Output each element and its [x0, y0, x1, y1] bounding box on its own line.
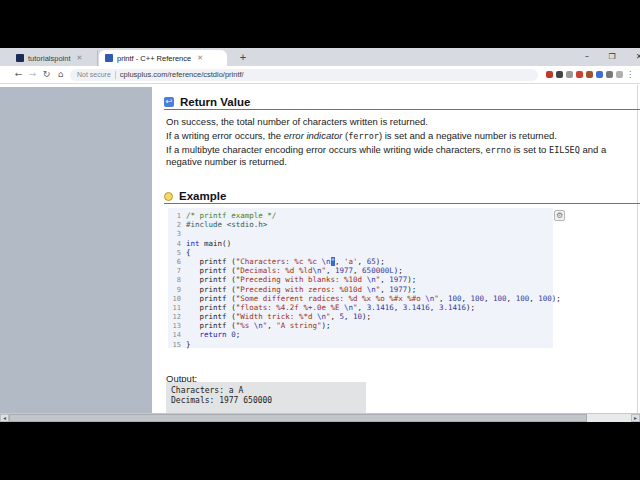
code-token: \n	[317, 312, 326, 321]
code-token: ,	[353, 266, 362, 275]
code-token: 1977	[389, 285, 407, 294]
code-token: 100	[470, 294, 484, 303]
extension-icon-red-circle[interactable]	[576, 71, 583, 78]
edit-run-icon[interactable]: ⚙	[554, 210, 565, 221]
address-bar[interactable]: Not secure cplusplus.com/reference/cstdi…	[70, 69, 538, 81]
extension-icon-blue[interactable]	[596, 71, 603, 78]
code-snippet[interactable]: 1/* printf example */2#include <stdio.h>…	[168, 208, 553, 348]
code-token: Decimals: %d %ld	[240, 266, 312, 275]
code-token: \n	[367, 275, 376, 284]
code-line: 14 return 0;	[168, 330, 553, 339]
code-token: ,	[358, 257, 367, 266]
code-token: %s	[240, 321, 254, 330]
browser-toolbar: ← → ↻ ⌂ Not secure cplusplus.com/referen…	[0, 66, 640, 84]
code-token: Preceding with blanks: %10d	[240, 275, 366, 284]
code-token: );	[552, 294, 561, 303]
tab-close-icon[interactable]: ✕	[77, 54, 83, 62]
extension-icon-circle[interactable]	[566, 71, 573, 78]
scroll-left-arrow[interactable]: ◂	[0, 414, 9, 422]
extension-icon-light[interactable]	[616, 71, 623, 78]
code-token: 3.1416	[367, 303, 394, 312]
extensions-row: ⋮	[546, 70, 634, 79]
minimize-button[interactable]: –	[576, 49, 598, 64]
extension-icon-red[interactable]	[546, 71, 553, 78]
code-token: }	[186, 340, 191, 349]
tab2-favicon	[105, 54, 113, 62]
output-line: Decimals: 1977 650000	[171, 396, 361, 406]
code-token: printf ("	[186, 266, 240, 275]
code-token: \n	[254, 321, 263, 330]
output-box: Characters: a ADecimals: 1977 650000	[166, 382, 366, 413]
extension-icon-dark[interactable]	[556, 71, 563, 78]
section-title: Return Value	[180, 96, 250, 108]
reload-icon[interactable]: ↻	[40, 68, 53, 81]
return-value-heading: ↩ Return Value	[164, 95, 640, 110]
scroll-right-arrow[interactable]: ▸	[631, 414, 640, 422]
code-line: 1/* printf example */	[168, 211, 553, 220]
code-line: 12 printf ("Width trick: %*d \n", 5, 10)…	[168, 312, 553, 321]
code-line: 5{	[168, 248, 553, 257]
tab-close-icon[interactable]: ✕	[197, 54, 203, 62]
code-token: \n	[344, 303, 353, 312]
horizontal-scrollbar[interactable]: ◂ ▸	[0, 413, 640, 422]
forward-icon[interactable]: →	[26, 68, 39, 81]
section-title: Example	[179, 190, 226, 202]
home-icon[interactable]: ⌂	[54, 68, 67, 81]
code-token: );	[407, 285, 416, 294]
return-value-paragraph-2: If a writing error occurs, the error ind…	[166, 130, 640, 142]
code-token: Some different radices: %d %x %o %#x %#o	[240, 294, 425, 303]
code-token: 100	[493, 294, 507, 303]
text-segment: error indicator	[284, 130, 343, 141]
code-token: 100	[516, 294, 530, 303]
code-token: printf ("	[186, 321, 240, 330]
code-token: printf ("	[186, 312, 240, 321]
line-number: 15	[168, 341, 181, 350]
code-token: printf ("	[186, 294, 240, 303]
code-token: 65	[367, 257, 376, 266]
code-token: ,	[326, 266, 335, 275]
text-segment: ) is set and a negative number is return…	[379, 130, 557, 141]
output-line: Characters: a A	[171, 386, 361, 396]
maximize-button[interactable]: ❒	[601, 49, 623, 64]
code-token: ,	[358, 303, 367, 312]
code-token: /* printf example */	[186, 211, 276, 220]
code-line: 9 printf ("Preceding with zeros: %010d \…	[168, 285, 553, 294]
code-token: ,	[430, 303, 439, 312]
scrollbar-thumb[interactable]	[9, 414, 587, 422]
code-token: \n	[367, 285, 376, 294]
new-tab-button[interactable]: +	[236, 51, 250, 65]
code-token: 100	[538, 294, 552, 303]
code-token: main()	[200, 239, 232, 248]
return-value-paragraph-1: On success, the total number of characte…	[166, 116, 640, 128]
code-token: 100	[448, 294, 462, 303]
tab-printf-reference[interactable]: printf - C++ Reference ✕	[99, 50, 227, 66]
extension-icon-brown[interactable]	[586, 71, 593, 78]
code-line: 3	[168, 229, 553, 238]
code-line: 7 printf ("Decimals: %d %ld\n", 1977, 65…	[168, 266, 553, 275]
lightbulb-icon	[164, 192, 173, 201]
example-heading: Example	[164, 189, 640, 204]
code-line: 11 printf ("floats: %4.2f %+.0e %E \n", …	[168, 303, 553, 312]
code-line: 4int main()	[168, 239, 553, 248]
code-line: 2#include <stdio.h>	[168, 220, 553, 229]
code-token: 1977	[335, 266, 353, 275]
code-token: return	[200, 330, 227, 339]
code-line: 8 printf ("Preceding with blanks: %10d \…	[168, 275, 553, 284]
code-token: {	[186, 248, 191, 257]
security-status[interactable]: Not secure	[77, 71, 111, 78]
return-value-icon: ↩	[164, 97, 174, 107]
extension-icon-gray[interactable]	[606, 71, 613, 78]
text-segment: ferror	[348, 131, 379, 141]
code-line: 15}	[168, 340, 553, 349]
back-icon[interactable]: ←	[12, 68, 25, 81]
code-token: ,	[380, 275, 389, 284]
code-token: ,	[335, 257, 344, 266]
code-token: Width trick: %*d	[240, 312, 317, 321]
menu-kebab-icon[interactable]: ⋮	[626, 70, 634, 79]
code-token: 3.1416	[403, 303, 430, 312]
close-button[interactable]: ✕	[628, 49, 640, 64]
tab-strip: tutorialspoint ✕ printf - C++ Reference …	[0, 48, 640, 66]
code-token: #include <stdio.h>	[186, 220, 267, 229]
code-token: printf ("	[186, 285, 240, 294]
tab-tutorialspoint[interactable]: tutorialspoint ✕	[10, 50, 98, 66]
